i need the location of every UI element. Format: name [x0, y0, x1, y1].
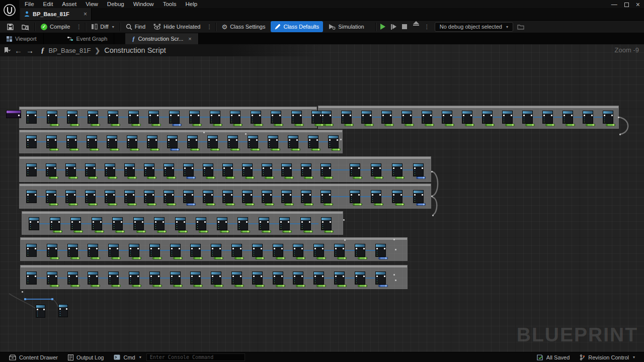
variable-pill[interactable] — [68, 176, 78, 179]
variable-pill[interactable] — [193, 285, 203, 287]
blueprint-node[interactable] — [26, 190, 37, 203]
class-defaults-button[interactable]: Class Defaults — [271, 21, 323, 32]
variable-pill[interactable] — [111, 257, 121, 259]
variable-pill[interactable] — [178, 230, 188, 233]
variable-pill[interactable] — [147, 176, 156, 179]
reroute-knot[interactable] — [203, 132, 205, 133]
blueprint-node[interactable] — [350, 163, 360, 176]
blueprint-node[interactable] — [375, 272, 386, 285]
variable-pill[interactable] — [445, 124, 454, 126]
blueprint-node[interactable] — [129, 272, 139, 285]
blueprint-node[interactable] — [211, 244, 221, 257]
variable-pill[interactable] — [395, 176, 405, 179]
stop-button[interactable] — [399, 21, 410, 32]
variable-pill[interactable] — [110, 148, 119, 151]
blueprint-node[interactable] — [252, 272, 263, 285]
blueprint-node[interactable] — [293, 272, 303, 285]
hide-unrelated-options-icon[interactable]: ⋮ — [204, 24, 214, 30]
variable-pill[interactable] — [374, 176, 383, 179]
blueprint-node[interactable] — [149, 272, 160, 285]
blueprint-node[interactable] — [442, 111, 452, 124]
blueprint-node[interactable] — [210, 111, 220, 124]
reroute-knot[interactable] — [431, 171, 433, 172]
blueprint-node[interactable] — [92, 217, 102, 230]
variable-pill[interactable] — [170, 148, 180, 151]
tab-event-graph[interactable]: Event Graph — [61, 33, 115, 44]
blueprint-node[interactable] — [128, 111, 139, 124]
blueprint-node[interactable] — [321, 217, 332, 230]
variable-pill[interactable] — [151, 124, 161, 126]
blueprint-node[interactable] — [371, 163, 381, 176]
blueprint-node[interactable] — [164, 190, 174, 203]
variable-pill[interactable] — [152, 285, 162, 287]
variable-pill[interactable] — [49, 203, 58, 206]
variable-pill[interactable] — [485, 124, 495, 126]
variable-pill[interactable] — [88, 176, 98, 179]
blueprint-node[interactable] — [26, 135, 37, 148]
variable-pill[interactable] — [606, 124, 615, 126]
variable-pill[interactable] — [234, 257, 244, 259]
blueprint-node[interactable] — [301, 163, 311, 176]
blueprint-node[interactable] — [301, 190, 311, 203]
standalone-node[interactable] — [58, 304, 68, 317]
frame-skip-button[interactable] — [388, 21, 399, 32]
variable-pill[interactable] — [251, 148, 260, 151]
blueprint-node[interactable] — [67, 272, 78, 285]
blueprint-node[interactable] — [66, 135, 77, 148]
variable-pill[interactable] — [50, 124, 59, 126]
variable-pill[interactable] — [136, 230, 146, 233]
blueprint-node[interactable] — [65, 163, 76, 176]
variable-pill[interactable] — [353, 203, 362, 206]
variable-pill[interactable] — [337, 285, 347, 287]
blueprint-node[interactable] — [196, 217, 206, 230]
menu-tools[interactable]: Tools — [158, 0, 181, 8]
blueprint-node[interactable] — [187, 135, 198, 148]
blueprint-node[interactable] — [355, 244, 365, 257]
maximize-icon[interactable] — [624, 3, 629, 7]
blueprint-node[interactable] — [361, 111, 372, 124]
blueprint-node[interactable] — [231, 244, 242, 257]
blueprint-node[interactable] — [222, 190, 233, 203]
variable-pill[interactable] — [147, 203, 156, 206]
blueprint-node[interactable] — [273, 272, 283, 285]
variable-pill[interactable] — [316, 285, 326, 287]
variable-pill[interactable] — [132, 257, 141, 259]
blueprint-node[interactable] — [313, 272, 324, 285]
blueprint-node[interactable] — [603, 111, 613, 124]
variable-pill[interactable] — [416, 203, 426, 206]
blueprint-node[interactable] — [211, 272, 221, 285]
variable-pill[interactable] — [358, 285, 367, 287]
blueprint-node[interactable] — [26, 163, 37, 176]
close-icon[interactable]: × — [636, 2, 640, 8]
variable-pill[interactable] — [255, 257, 265, 259]
save-button[interactable] — [3, 21, 18, 32]
variable-pill[interactable] — [324, 230, 334, 233]
blueprint-node[interactable] — [88, 244, 98, 257]
wire-end[interactable] — [51, 298, 53, 300]
blueprint-node[interactable] — [183, 163, 194, 176]
variable-pill[interactable] — [225, 176, 235, 179]
variable-pill[interactable] — [167, 203, 176, 206]
reroute-knot[interactable] — [393, 239, 395, 240]
menu-help[interactable]: Help — [181, 0, 202, 8]
blueprint-graph-canvas[interactable]: ← → ƒ BP_Base_81F ❯ Construction Script … — [0, 44, 644, 352]
blueprint-node[interactable] — [413, 190, 424, 203]
variable-pill[interactable] — [316, 257, 326, 259]
reroute-knot[interactable] — [340, 139, 342, 140]
blueprint-node[interactable] — [313, 244, 324, 257]
blueprint-node[interactable] — [311, 111, 322, 124]
blueprint-node[interactable] — [148, 111, 159, 124]
variable-pill[interactable] — [545, 124, 555, 126]
variable-pill[interactable] — [199, 230, 208, 233]
blueprint-node[interactable] — [227, 135, 238, 148]
wire-end[interactable] — [24, 298, 26, 300]
blueprint-node[interactable] — [88, 272, 98, 285]
blueprint-node[interactable] — [308, 135, 318, 148]
class-settings-button[interactable]: ⚙ Class Settings — [217, 21, 269, 32]
variable-pill[interactable] — [150, 148, 159, 151]
variable-pill[interactable] — [206, 176, 215, 179]
variable-pill[interactable] — [296, 285, 305, 287]
variable-pill[interactable] — [127, 203, 137, 206]
blueprint-node[interactable] — [462, 111, 472, 124]
blueprint-node[interactable] — [133, 217, 144, 230]
